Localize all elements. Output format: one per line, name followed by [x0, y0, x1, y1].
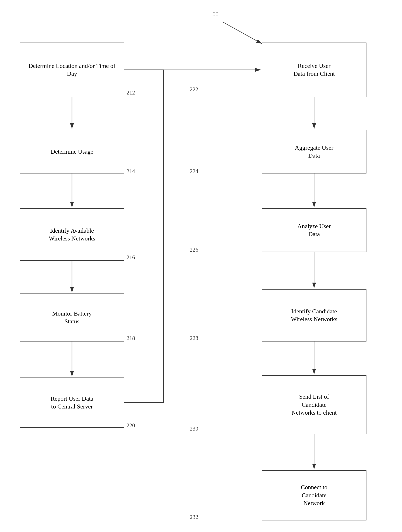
ref-226: 226 [190, 247, 198, 253]
box-identify-candidate-wireless: Identify CandidateWireless Networks [262, 289, 366, 342]
box-identify-available-wireless: Identify AvailableWireless Networks [20, 208, 124, 261]
ref-220: 220 [126, 422, 135, 429]
box-analyze-user-data: Analyze UserData [262, 208, 366, 252]
ref-224: 224 [190, 168, 198, 175]
box-determine-usage: Determine Usage [20, 130, 124, 173]
ref-214: 214 [126, 168, 135, 175]
ref-230: 230 [190, 425, 198, 432]
ref-212: 212 [126, 89, 135, 96]
box-connect-candidate-network: Connect toCandidateNetwork [262, 470, 366, 520]
svg-line-1 [222, 22, 262, 44]
ref-216: 216 [126, 254, 135, 261]
box-aggregate-user-data: Aggregate UserData [262, 130, 366, 173]
box-receive-user-data: Receive UserData from Client [262, 43, 366, 97]
box-send-list-candidate: Send List ofCandidateNetworks to client [262, 375, 366, 434]
ref-222: 222 [190, 86, 198, 93]
ref-218: 218 [126, 335, 135, 342]
box-report-user-data: Report User Datato Central Server [20, 378, 124, 428]
ref-100: 100 [209, 11, 219, 18]
box-determine-location: Determine Location and/or Time of Day [20, 43, 124, 97]
box-monitor-battery: Monitor BatteryStatus [20, 293, 124, 342]
diagram-container: 100 [0, 0, 402, 532]
ref-232: 232 [190, 514, 198, 520]
ref-228: 228 [190, 335, 198, 342]
